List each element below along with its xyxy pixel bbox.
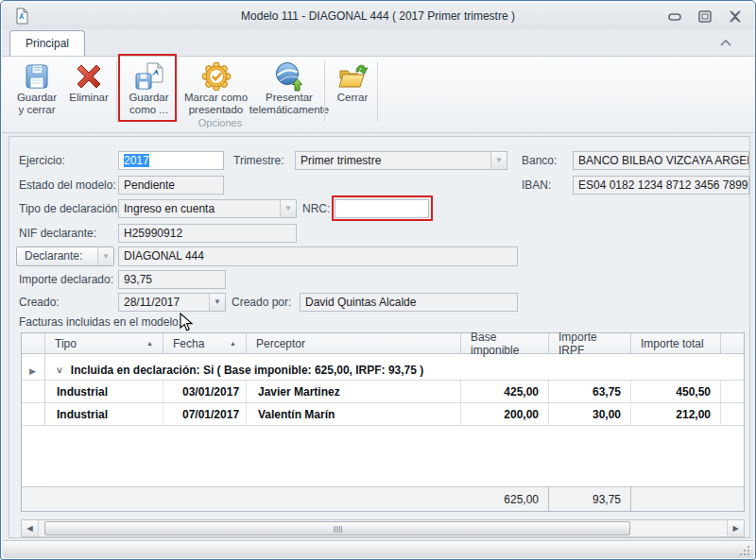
ejercicio-field[interactable]: 2017 <box>118 151 224 170</box>
summary-empty <box>247 487 461 511</box>
group-row[interactable]: ▶ ˅Incluida en declaración: Si ( Base im… <box>22 354 744 381</box>
button-label: Cerrar <box>337 92 369 104</box>
title-bar[interactable]: Modelo 111 - DIAGONAL 444 ( 2017 Primer … <box>2 2 754 29</box>
column-header-fecha[interactable]: Fecha▲ <box>163 333 247 353</box>
tipo-declaracion-label: Tipo de declaración: <box>19 202 121 215</box>
nif-field[interactable]: H25990912 <box>118 224 297 243</box>
nif-label: NIF declarante: <box>19 227 96 240</box>
form-panel: Ejercicio: 2017 Trimestre: Primer trimes… <box>9 136 750 538</box>
creado-por-label: Creado por: <box>232 296 291 309</box>
table-header-row: Tipo▲ Fecha▲ Perceptor Base imponible Im… <box>22 333 744 354</box>
globe-upload-icon <box>274 61 304 92</box>
app-window: Modelo 111 - DIAGONAL 444 ( 2017 Primer … <box>0 0 756 560</box>
table-row[interactable]: Industrial 07/01/2017 Valentín Marín 200… <box>22 403 744 426</box>
ribbon: Guardar y cerrar Eliminar Guardar <box>2 56 754 133</box>
nrc-input[interactable] <box>335 199 429 218</box>
importe-value: 93,75 <box>124 273 152 286</box>
column-header-perceptor[interactable]: Perceptor <box>247 333 461 353</box>
scroll-right-button[interactable]: ▶ <box>727 520 744 536</box>
estado-value: Pendiente <box>124 178 175 192</box>
tipo-declaracion-value: Ingreso en cuenta <box>124 202 215 215</box>
chevron-down-icon[interactable]: ▼ <box>490 152 507 169</box>
cell-perceptor: Javier Martinez <box>247 381 461 402</box>
nrc-label: NRC: <box>302 202 330 215</box>
cell-filler <box>721 403 744 425</box>
folder-close-icon <box>337 61 368 92</box>
horizontal-scrollbar[interactable]: ◀ ▶ <box>21 519 745 537</box>
importe-declarado-field[interactable]: 93,75 <box>118 270 226 289</box>
maximize-button[interactable] <box>696 9 713 24</box>
summary-importe-irpf: 93,75 <box>549 487 631 511</box>
declarante-split-button[interactable]: Declarante: ▼ <box>16 246 114 266</box>
cell-perceptor: Valentín Marín <box>247 403 461 425</box>
button-label: Marcar como <box>184 92 248 104</box>
banco-value: BANCO BILBAO VIZCAYA ARGENTARIA <box>578 154 749 167</box>
cell-fecha: 07/01/2017 <box>163 403 247 425</box>
tab-principal[interactable]: Principal <box>9 30 85 56</box>
row-indicator-cell <box>22 381 45 402</box>
group-expanded-icon[interactable]: ˅ <box>57 365 62 376</box>
table-row[interactable]: Industrial 03/01/2017 Javier Martinez 42… <box>22 381 744 403</box>
sort-ascending-icon: ▲ <box>146 340 157 347</box>
header-label: Base imponible <box>471 331 542 357</box>
row-indicator-cell <box>22 403 45 425</box>
row-indicator-icon: ▶ <box>29 366 36 376</box>
summary-empty <box>45 487 163 511</box>
cerrar-button[interactable]: Cerrar <box>330 58 375 126</box>
column-header-base-imponible[interactable]: Base imponible <box>461 333 549 353</box>
eliminar-button[interactable]: Eliminar <box>64 58 113 126</box>
declarante-field[interactable]: DIAGONAL 444 <box>118 246 518 266</box>
creado-date-picker[interactable]: 28/11/2017 ▼ <box>118 293 226 312</box>
header-label: Tipo <box>55 337 77 350</box>
close-button[interactable] <box>727 9 744 24</box>
cell-importe-total: 212,00 <box>631 403 721 425</box>
header-label: Importe total <box>641 337 704 350</box>
button-label: telemáticamente <box>249 104 329 116</box>
scrollbar-grip <box>337 526 338 533</box>
seal-check-icon <box>201 61 232 92</box>
cell-fecha: 03/01/2017 <box>163 381 247 402</box>
column-header-importe-total[interactable]: Importe total <box>631 333 721 353</box>
column-header-tipo[interactable]: Tipo▲ <box>45 333 163 353</box>
ribbon-separator <box>377 61 378 122</box>
save-icon <box>22 61 52 92</box>
trimestre-dropdown[interactable]: Primer trimestre ▼ <box>295 151 507 170</box>
window-title: Modelo 111 - DIAGONAL 444 ( 2017 Primer … <box>2 9 754 23</box>
cell-importe-irpf: 30,00 <box>549 403 631 425</box>
cell-filler <box>721 381 744 402</box>
estado-field[interactable]: Pendiente <box>118 176 224 195</box>
chevron-down-icon[interactable]: ▼ <box>280 200 296 217</box>
estado-label: Estado del modelo: <box>19 178 116 192</box>
cell-importe-irpf: 63,75 <box>549 381 631 402</box>
save-as-icon <box>134 61 164 92</box>
iban-field[interactable]: ES04 0182 1234 8712 3456 7899 <box>573 176 749 195</box>
presentar-telematicamente-button[interactable]: Presentar telemáticamente <box>255 58 323 126</box>
button-label: y cerrar <box>19 104 56 116</box>
status-bar <box>3 540 753 558</box>
summary-row: 625,00 93,75 <box>22 486 744 511</box>
button-label: Guardar <box>17 92 57 104</box>
ejercicio-label: Ejercicio: <box>19 154 65 167</box>
selected-text: 2017 <box>124 154 149 167</box>
cell-base-imponible: 200,00 <box>461 403 549 425</box>
button-label: Presentar <box>266 92 313 104</box>
column-header-importe-irpf[interactable]: Importe IRPF <box>549 333 631 353</box>
summary-indicator-cell <box>22 487 45 511</box>
scroll-left-button[interactable]: ◀ <box>22 520 39 536</box>
scrollbar-thumb[interactable] <box>44 521 630 535</box>
facturas-label: Facturas incluidas en el modelo: <box>19 315 181 329</box>
cell-tipo: Industrial <box>45 381 163 402</box>
tipo-declaracion-dropdown[interactable]: Ingreso en cuenta ▼ <box>118 199 297 218</box>
header-label: Fecha <box>173 337 204 350</box>
summary-importe-total <box>631 487 721 511</box>
marcar-como-presentado-button[interactable]: Marcar como presentado <box>179 58 253 126</box>
collapse-ribbon-icon[interactable] <box>718 37 733 48</box>
banco-field[interactable]: BANCO BILBAO VIZCAYA ARGENTARIA <box>573 151 749 170</box>
guardar-y-cerrar-button[interactable]: Guardar y cerrar <box>11 58 62 126</box>
creado-por-field[interactable]: David Quintas Alcalde <box>300 293 518 312</box>
minimize-button[interactable] <box>666 9 683 24</box>
chevron-down-icon[interactable]: ▼ <box>97 247 113 265</box>
creado-label: Creado: <box>19 296 60 309</box>
guardar-como-button[interactable]: Guardar como ... <box>122 58 176 126</box>
chevron-down-icon[interactable]: ▼ <box>209 294 225 311</box>
